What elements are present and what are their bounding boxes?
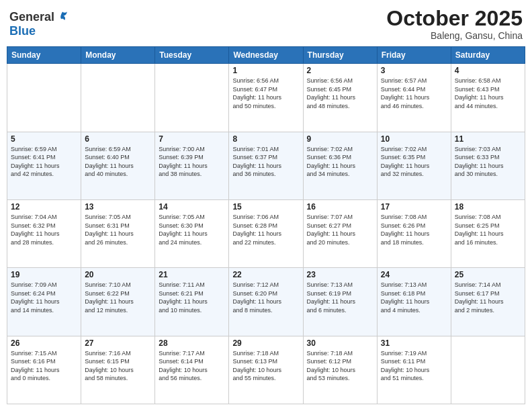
day-info: Sunrise: 7:03 AM Sunset: 6:33 PM Dayligh… bbox=[455, 145, 521, 179]
calendar-cell: 12Sunrise: 7:04 AM Sunset: 6:32 PM Dayli… bbox=[7, 199, 81, 267]
calendar-cell bbox=[81, 64, 155, 132]
day-number: 18 bbox=[455, 202, 521, 212]
day-number: 28 bbox=[159, 338, 225, 348]
calendar-title: October 2025 bbox=[386, 7, 523, 30]
calendar-cell: 11Sunrise: 7:03 AM Sunset: 6:33 PM Dayli… bbox=[451, 132, 525, 199]
calendar-week-3: 12Sunrise: 7:04 AM Sunset: 6:32 PM Dayli… bbox=[7, 199, 525, 267]
page-container: General Blue October 2025 Baleng, Gansu,… bbox=[0, 0, 532, 411]
calendar-cell: 3Sunrise: 6:57 AM Sunset: 6:44 PM Daylig… bbox=[377, 64, 451, 132]
day-info: Sunrise: 7:11 AM Sunset: 6:21 PM Dayligh… bbox=[159, 281, 225, 314]
calendar-week-5: 26Sunrise: 7:15 AM Sunset: 6:16 PM Dayli… bbox=[7, 336, 525, 404]
day-number: 11 bbox=[455, 134, 521, 144]
logo-bird-icon bbox=[56, 10, 69, 24]
day-info: Sunrise: 7:05 AM Sunset: 6:30 PM Dayligh… bbox=[159, 213, 225, 246]
calendar-cell: 22Sunrise: 7:12 AM Sunset: 6:20 PM Dayli… bbox=[229, 268, 303, 336]
day-number: 7 bbox=[159, 134, 225, 144]
day-info: Sunrise: 6:59 AM Sunset: 6:40 PM Dayligh… bbox=[85, 145, 151, 179]
header-friday: Friday bbox=[377, 47, 451, 64]
day-info: Sunrise: 7:15 AM Sunset: 6:16 PM Dayligh… bbox=[11, 349, 77, 383]
day-info: Sunrise: 7:08 AM Sunset: 6:25 PM Dayligh… bbox=[455, 213, 521, 246]
day-number: 16 bbox=[307, 202, 373, 212]
calendar-cell: 27Sunrise: 7:16 AM Sunset: 6:15 PM Dayli… bbox=[81, 336, 155, 404]
calendar-cell: 2Sunrise: 6:56 AM Sunset: 6:45 PM Daylig… bbox=[303, 64, 377, 132]
header-wednesday: Wednesday bbox=[229, 47, 303, 64]
day-info: Sunrise: 6:57 AM Sunset: 6:44 PM Dayligh… bbox=[381, 77, 447, 110]
header-monday: Monday bbox=[81, 47, 155, 64]
header-saturday: Saturday bbox=[451, 47, 525, 64]
day-number: 22 bbox=[232, 270, 299, 279]
header-thursday: Thursday bbox=[303, 47, 377, 64]
day-number: 26 bbox=[11, 338, 77, 348]
logo-general-text: General bbox=[9, 10, 54, 24]
day-number: 23 bbox=[307, 270, 373, 279]
calendar-cell: 16Sunrise: 7:07 AM Sunset: 6:27 PM Dayli… bbox=[303, 199, 377, 267]
title-block: October 2025 Baleng, Gansu, China bbox=[386, 7, 523, 41]
calendar-cell: 8Sunrise: 7:01 AM Sunset: 6:37 PM Daylig… bbox=[229, 132, 303, 199]
header-sunday: Sunday bbox=[7, 47, 81, 64]
day-info: Sunrise: 7:09 AM Sunset: 6:24 PM Dayligh… bbox=[11, 281, 77, 314]
day-info: Sunrise: 7:16 AM Sunset: 6:15 PM Dayligh… bbox=[85, 349, 151, 383]
page-header: General Blue October 2025 Baleng, Gansu,… bbox=[7, 7, 525, 41]
day-info: Sunrise: 7:19 AM Sunset: 6:11 PM Dayligh… bbox=[381, 349, 447, 383]
day-info: Sunrise: 7:10 AM Sunset: 6:22 PM Dayligh… bbox=[85, 281, 151, 314]
calendar-cell: 29Sunrise: 7:18 AM Sunset: 6:13 PM Dayli… bbox=[229, 336, 303, 404]
day-info: Sunrise: 7:07 AM Sunset: 6:27 PM Dayligh… bbox=[307, 213, 373, 246]
calendar-subtitle: Baleng, Gansu, China bbox=[386, 30, 523, 41]
day-number: 9 bbox=[307, 134, 373, 144]
calendar-cell: 4Sunrise: 6:58 AM Sunset: 6:43 PM Daylig… bbox=[451, 64, 525, 132]
day-number: 4 bbox=[455, 66, 521, 75]
calendar-cell: 9Sunrise: 7:02 AM Sunset: 6:36 PM Daylig… bbox=[303, 132, 377, 199]
day-info: Sunrise: 7:02 AM Sunset: 6:35 PM Dayligh… bbox=[381, 145, 447, 179]
day-info: Sunrise: 6:56 AM Sunset: 6:47 PM Dayligh… bbox=[232, 77, 299, 110]
calendar-week-2: 5Sunrise: 6:59 AM Sunset: 6:41 PM Daylig… bbox=[7, 132, 525, 199]
day-info: Sunrise: 6:58 AM Sunset: 6:43 PM Dayligh… bbox=[455, 77, 521, 110]
day-number: 6 bbox=[85, 134, 151, 144]
day-info: Sunrise: 7:17 AM Sunset: 6:14 PM Dayligh… bbox=[159, 349, 225, 383]
calendar-cell: 6Sunrise: 6:59 AM Sunset: 6:40 PM Daylig… bbox=[81, 132, 155, 199]
day-info: Sunrise: 7:18 AM Sunset: 6:13 PM Dayligh… bbox=[232, 349, 299, 383]
calendar-cell: 18Sunrise: 7:08 AM Sunset: 6:25 PM Dayli… bbox=[451, 199, 525, 267]
day-number: 10 bbox=[381, 134, 447, 144]
calendar-cell: 15Sunrise: 7:06 AM Sunset: 6:28 PM Dayli… bbox=[229, 199, 303, 267]
day-number: 2 bbox=[307, 66, 373, 75]
calendar-cell: 31Sunrise: 7:19 AM Sunset: 6:11 PM Dayli… bbox=[377, 336, 451, 404]
day-number: 19 bbox=[11, 270, 77, 279]
day-info: Sunrise: 7:02 AM Sunset: 6:36 PM Dayligh… bbox=[307, 145, 373, 179]
day-info: Sunrise: 7:12 AM Sunset: 6:20 PM Dayligh… bbox=[232, 281, 299, 314]
calendar-cell: 20Sunrise: 7:10 AM Sunset: 6:22 PM Dayli… bbox=[81, 268, 155, 336]
day-number: 21 bbox=[159, 270, 225, 279]
day-number: 17 bbox=[381, 202, 447, 212]
calendar-cell: 14Sunrise: 7:05 AM Sunset: 6:30 PM Dayli… bbox=[155, 199, 229, 267]
day-number: 13 bbox=[85, 202, 151, 212]
day-number: 29 bbox=[232, 338, 299, 348]
day-info: Sunrise: 7:08 AM Sunset: 6:26 PM Dayligh… bbox=[381, 213, 447, 246]
day-number: 24 bbox=[381, 270, 447, 279]
day-number: 1 bbox=[232, 66, 299, 75]
calendar-cell: 1Sunrise: 6:56 AM Sunset: 6:47 PM Daylig… bbox=[229, 64, 303, 132]
day-info: Sunrise: 7:18 AM Sunset: 6:12 PM Dayligh… bbox=[307, 349, 373, 383]
logo-blue-text: Blue bbox=[9, 24, 36, 38]
calendar-cell: 5Sunrise: 6:59 AM Sunset: 6:41 PM Daylig… bbox=[7, 132, 81, 199]
calendar-cell: 7Sunrise: 7:00 AM Sunset: 6:39 PM Daylig… bbox=[155, 132, 229, 199]
day-number: 5 bbox=[11, 134, 77, 144]
calendar-cell bbox=[451, 336, 525, 404]
day-number: 8 bbox=[232, 134, 299, 144]
day-number: 3 bbox=[381, 66, 447, 75]
calendar-cell: 17Sunrise: 7:08 AM Sunset: 6:26 PM Dayli… bbox=[377, 199, 451, 267]
calendar-cell: 21Sunrise: 7:11 AM Sunset: 6:21 PM Dayli… bbox=[155, 268, 229, 336]
calendar-cell: 13Sunrise: 7:05 AM Sunset: 6:31 PM Dayli… bbox=[81, 199, 155, 267]
day-info: Sunrise: 7:13 AM Sunset: 6:18 PM Dayligh… bbox=[381, 281, 447, 314]
day-number: 15 bbox=[232, 202, 299, 212]
calendar-header-row: Sunday Monday Tuesday Wednesday Thursday… bbox=[7, 47, 525, 64]
day-info: Sunrise: 7:01 AM Sunset: 6:37 PM Dayligh… bbox=[232, 145, 299, 179]
calendar-table: Sunday Monday Tuesday Wednesday Thursday… bbox=[7, 46, 525, 404]
calendar-week-4: 19Sunrise: 7:09 AM Sunset: 6:24 PM Dayli… bbox=[7, 268, 525, 336]
day-info: Sunrise: 6:59 AM Sunset: 6:41 PM Dayligh… bbox=[11, 145, 77, 179]
calendar-cell: 24Sunrise: 7:13 AM Sunset: 6:18 PM Dayli… bbox=[377, 268, 451, 336]
calendar-cell: 23Sunrise: 7:13 AM Sunset: 6:19 PM Dayli… bbox=[303, 268, 377, 336]
day-number: 27 bbox=[85, 338, 151, 348]
calendar-cell: 10Sunrise: 7:02 AM Sunset: 6:35 PM Dayli… bbox=[377, 132, 451, 199]
day-info: Sunrise: 7:06 AM Sunset: 6:28 PM Dayligh… bbox=[232, 213, 299, 246]
calendar-cell: 19Sunrise: 7:09 AM Sunset: 6:24 PM Dayli… bbox=[7, 268, 81, 336]
calendar-cell: 30Sunrise: 7:18 AM Sunset: 6:12 PM Dayli… bbox=[303, 336, 377, 404]
